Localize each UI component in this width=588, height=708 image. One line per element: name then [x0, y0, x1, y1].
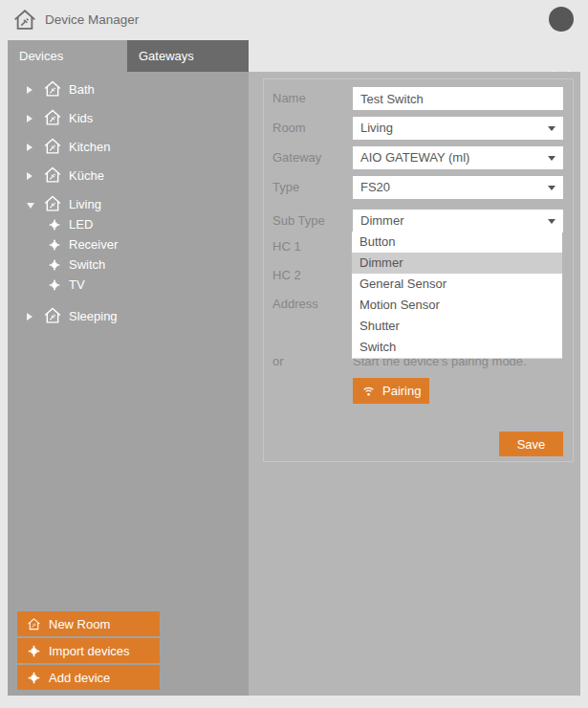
- tree-room-bath[interactable]: Bath: [8, 75, 249, 103]
- chevron-down-icon: [548, 156, 555, 161]
- new-room-button[interactable]: New Room: [17, 611, 160, 636]
- device-form-area: Name Room Living Gateway AIO GATEWAY (ml…: [249, 72, 580, 696]
- chevron-down-icon: [548, 186, 555, 190]
- device-label: TV: [69, 277, 85, 292]
- subtype-option-general-sensor[interactable]: General Sensor: [352, 274, 562, 295]
- room-label: Living: [69, 197, 101, 211]
- room-select-value: Living: [360, 121, 393, 135]
- room-label: Sleeping: [69, 309, 118, 323]
- subtype-option-button[interactable]: Button: [352, 232, 562, 253]
- sidebar-actions: New Room Import devices Add device: [17, 611, 160, 692]
- tree-device-switch[interactable]: Switch: [8, 254, 249, 275]
- caret-right-icon: [27, 168, 36, 183]
- type-select-value: FS20: [360, 180, 390, 194]
- add-device-button[interactable]: Add device: [17, 665, 160, 690]
- room-icon: [43, 194, 62, 213]
- subtype-label: Sub Type: [272, 210, 325, 232]
- tree-device-led[interactable]: LED: [8, 214, 249, 234]
- new-room-label: New Room: [49, 617, 110, 631]
- tab-devices[interactable]: Devices: [8, 40, 127, 72]
- subtype-select-value: Dimmer: [360, 213, 404, 228]
- plug-icon: [48, 238, 61, 252]
- living-devices: LED Receiver Switch TV: [8, 214, 249, 295]
- tree-device-receiver[interactable]: Receiver: [8, 234, 249, 254]
- device-manager-window: Device Manager Devices Gateways Bath Kid…: [0, 0, 588, 708]
- gateway-row: Gateway AIO GATEWAY (ml): [264, 146, 573, 169]
- plug-icon: [48, 218, 61, 232]
- caret-right-icon: [27, 82, 36, 97]
- subtype-row: Sub Type Dimmer: [264, 210, 573, 232]
- subtype-option-motion-sensor[interactable]: Motion Sensor: [352, 295, 562, 316]
- type-select[interactable]: FS20: [353, 176, 563, 199]
- room-label: Kitchen: [69, 140, 110, 154]
- subtype-option-switch[interactable]: Switch: [352, 337, 562, 358]
- room-icon: [43, 166, 62, 185]
- caret-right-icon: [27, 140, 36, 154]
- caret-down-icon: [27, 197, 36, 211]
- tree-room-kids[interactable]: Kids: [8, 103, 249, 132]
- caret-right-icon: [27, 111, 36, 125]
- subtype-dropdown-list: Button Dimmer General Sensor Motion Sens…: [352, 232, 562, 359]
- room-icon: [43, 306, 62, 325]
- tree-device-tv[interactable]: TV: [8, 275, 249, 295]
- subtype-select[interactable]: Dimmer: [353, 210, 563, 232]
- plug-icon: [48, 258, 61, 272]
- gateway-label: Gateway: [272, 146, 321, 169]
- tab-gateways[interactable]: Gateways: [127, 40, 249, 72]
- type-label: Type: [272, 176, 299, 199]
- device-label: Receiver: [69, 237, 118, 252]
- save-button[interactable]: Save: [499, 431, 563, 456]
- room-icon: [43, 137, 62, 156]
- room-select[interactable]: Living: [353, 117, 563, 140]
- hc1-label: HC 1: [272, 235, 301, 258]
- import-devices-label: Import devices: [49, 644, 130, 658]
- name-input[interactable]: [353, 87, 563, 110]
- titlebar: Device Manager: [0, 0, 588, 40]
- device-manager-icon: [12, 8, 37, 33]
- room-label: Room: [272, 117, 306, 140]
- address-label: Address: [272, 293, 318, 316]
- hc2-label: HC 2: [272, 264, 301, 287]
- room-label: Kids: [69, 111, 93, 125]
- room-label: Bath: [69, 82, 95, 97]
- plug-icon: [27, 644, 41, 658]
- caret-right-icon: [27, 309, 36, 323]
- gateway-select[interactable]: AIO GATEWAY (ml): [353, 146, 563, 169]
- room-tree: Bath Kids Kitchen Küche Living: [8, 72, 249, 330]
- house-icon: [27, 617, 41, 631]
- plug-icon: [27, 671, 41, 685]
- chevron-down-icon: [548, 126, 555, 131]
- tree-room-kueche[interactable]: Küche: [8, 161, 249, 189]
- subtype-option-shutter[interactable]: Shutter: [352, 316, 562, 337]
- add-device-label: Add device: [49, 671, 110, 685]
- or-label: or: [272, 350, 284, 373]
- subtype-option-dimmer[interactable]: Dimmer: [352, 253, 562, 274]
- room-row: Room Living: [264, 117, 573, 140]
- type-row: Type FS20: [264, 176, 573, 199]
- name-label: Name: [272, 87, 306, 110]
- plug-icon: [48, 278, 61, 292]
- pairing-button[interactable]: Pairing: [353, 378, 429, 404]
- tab-bar: Devices Gateways: [8, 40, 249, 72]
- room-label: Küche: [69, 168, 104, 183]
- pairing-button-label: Pairing: [382, 384, 421, 398]
- chevron-down-icon: [548, 219, 555, 224]
- room-icon: [43, 108, 62, 127]
- window-title: Device Manager: [45, 0, 139, 40]
- room-icon: [43, 79, 62, 99]
- device-label: Switch: [69, 257, 105, 272]
- close-button[interactable]: [549, 7, 574, 32]
- import-devices-button[interactable]: Import devices: [17, 638, 160, 663]
- gateway-select-value: AIO GATEWAY (ml): [360, 150, 469, 165]
- tree-room-sleeping[interactable]: Sleeping: [8, 301, 249, 330]
- sidebar: Bath Kids Kitchen Küche Living: [8, 72, 249, 696]
- wifi-icon: [361, 384, 376, 398]
- device-label: LED: [69, 217, 93, 232]
- name-row: Name: [264, 87, 573, 110]
- tree-room-kitchen[interactable]: Kitchen: [8, 132, 249, 161]
